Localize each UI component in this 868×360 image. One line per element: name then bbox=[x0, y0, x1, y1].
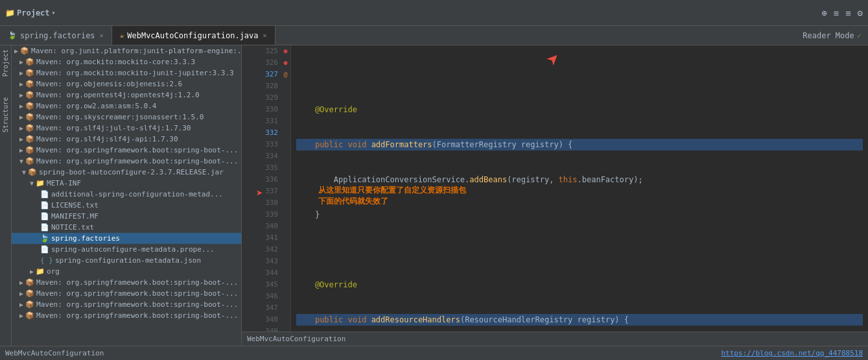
tabs-bar: 🍃 spring.factories ✕ ☕ WebMvcAutoConfigu… bbox=[0, 26, 868, 45]
sidebar-item-jul-slf4j[interactable]: ▶ 📦 Maven: org.slf4j:jul-to-slf4j:1.7.30 bbox=[12, 123, 241, 134]
tab-spring-factories[interactable]: 🍃 spring.factories ✕ bbox=[0, 26, 112, 45]
sidebar-item-springboot5[interactable]: ▶ 📦 Maven: org.springframework.boot:spri… bbox=[12, 310, 241, 321]
code-line-332: public void addResourceHandlers(Resource… bbox=[296, 314, 863, 326]
sidebar-item-spring-factories[interactable]: 🍃 spring.factories bbox=[12, 233, 241, 244]
arrow-icon: ▶ bbox=[14, 47, 18, 54]
gutter-tab-project[interactable]: Project bbox=[1, 45, 10, 80]
sidebar-item-spring-config-metadata-json[interactable]: { } spring-configuration-metadata.json bbox=[12, 255, 241, 266]
settings-icon[interactable]: ⚙ bbox=[858, 8, 863, 18]
sidebar-item-objenesis[interactable]: ▶ 📦 Maven: org.objenesis:objenesis:2.6 bbox=[12, 78, 241, 90]
sidebar-item-springboot-autoconfigure-parent[interactable]: ▼ 📦 Maven: org.springframework.boot:spri… bbox=[12, 156, 241, 167]
top-icons: ⊕ ≡ ≡ ⚙ bbox=[821, 8, 863, 18]
arrow-icon4: ▶ bbox=[19, 301, 23, 308]
maven-icon2: 📦 bbox=[25, 157, 34, 165]
sidebar-item-manifest[interactable]: 📄 MANIFEST.MF bbox=[12, 211, 241, 222]
add-icon[interactable]: ⊕ bbox=[821, 8, 827, 18]
maven-icon: 📦 bbox=[25, 58, 34, 66]
arrow-icon: ▶ bbox=[19, 102, 23, 110]
sidebar-item-meta-inf[interactable]: ▼ 📁 META-INF bbox=[12, 178, 241, 189]
arrow-icon: ▶ bbox=[19, 147, 23, 154]
maven-icon: 📦 bbox=[25, 102, 34, 110]
maven-icon: 📦 bbox=[25, 113, 34, 121]
reader-mode[interactable]: Reader Mode ✓ bbox=[803, 26, 862, 45]
arrow-icon: ▶ bbox=[19, 69, 23, 77]
arrow-icon2: ▶ bbox=[19, 279, 23, 286]
java-file-icon: ☕ bbox=[120, 31, 124, 40]
json-icon: { } bbox=[40, 256, 53, 265]
status-link[interactable]: https://blog.csdn.net/qq_44788518 bbox=[721, 349, 863, 357]
status-bar: WebMvcAutoConfiguration https://blog.csd… bbox=[0, 346, 868, 360]
sidebar-item-asm[interactable]: ▶ 📦 Maven: org.ow2.asm:asm:5.0.4 bbox=[12, 101, 241, 112]
list-icon[interactable]: ≡ bbox=[834, 8, 839, 18]
left-gutter-tabs: Project Structure bbox=[0, 45, 12, 346]
sidebar-item-springboot[interactable]: ▶ 📦 Maven: org.springframework.boot:spri… bbox=[12, 145, 241, 156]
xml-icon: 📄 bbox=[40, 190, 49, 198]
gutter-tab-structure[interactable]: Structure bbox=[1, 93, 10, 136]
sidebar-item-junit[interactable]: ▶ 📦 Maven: org.junit.platform:junit-plat… bbox=[12, 45, 241, 56]
status-left: WebMvcAutoConfiguration bbox=[5, 349, 721, 357]
maven-icon: 📦 bbox=[25, 135, 34, 143]
list2-icon[interactable]: ≡ bbox=[845, 8, 850, 18]
spring-icon: 🍃 bbox=[40, 234, 49, 243]
arrow-down-icon: ▼ bbox=[22, 169, 26, 176]
arrow-icon: ▶ bbox=[19, 58, 23, 66]
maven-icon3: 📦 bbox=[25, 278, 34, 287]
folder-icon2: 📁 bbox=[36, 267, 45, 276]
arrow-icon5: ▶ bbox=[19, 312, 23, 319]
editor-bottom-label: WebMvcAutoConfiguration bbox=[242, 331, 868, 346]
sidebar-item-license[interactable]: 📄 LICENSE.txt bbox=[12, 200, 241, 211]
project-folder-icon: 📁 bbox=[5, 8, 15, 18]
sidebar-item-slf4j-api[interactable]: ▶ 📦 Maven: org.slf4j:slf4j-api:1.7.30 bbox=[12, 134, 241, 145]
code-line-328: ApplicationConversionService.addBeans(re… bbox=[296, 174, 863, 186]
line-gutter: 325 326 327 328 329 330 331 332 333 334 … bbox=[242, 45, 281, 331]
arrow-icon: ▶ bbox=[19, 136, 23, 143]
maven-icon: 📦 bbox=[20, 47, 29, 55]
sidebar-item-mockito-junit[interactable]: ▶ 📦 Maven: org.mockito:mockito-junit-jup… bbox=[12, 67, 241, 78]
folder-icon: 📁 bbox=[36, 179, 45, 187]
tab-webmvc-close[interactable]: ✕ bbox=[263, 32, 267, 39]
breakpoint-gutter: ● ● bbox=[281, 45, 291, 331]
code-line-330 bbox=[296, 244, 863, 256]
main-area: Project Structure ▶ 📦 Maven: org.junit.p… bbox=[0, 45, 868, 346]
sidebar: ▶ 📦 Maven: org.junit.platform:junit-plat… bbox=[12, 45, 242, 346]
tab-spring-factories-close[interactable]: ✕ bbox=[100, 32, 104, 39]
maven-icon6: 📦 bbox=[25, 311, 34, 320]
tab-spring-factories-label: spring.factories bbox=[20, 31, 95, 40]
sidebar-item-spring-autoconfigure-metadata[interactable]: 📄 spring-autoconfigure-metadata.prope... bbox=[12, 244, 241, 255]
editor-wrapper: ➤ ➤ 从这里知道只要你配置了自定义资源扫描包 下面的代码就失效了 325 32… bbox=[242, 45, 868, 346]
sidebar-item-springboot4[interactable]: ▶ 📦 Maven: org.springframework.boot:spri… bbox=[12, 299, 241, 310]
maven-icon5: 📦 bbox=[25, 300, 34, 309]
arrow-icon: ▶ bbox=[19, 125, 23, 132]
sidebar-item-jsonassert[interactable]: ▶ 📦 Maven: org.skyscreamer:jsonassert:1.… bbox=[12, 112, 241, 123]
jar-icon: 📦 bbox=[28, 168, 37, 176]
sidebar-item-springboot2[interactable]: ▶ 📦 Maven: org.springframework.boot:spri… bbox=[12, 277, 241, 288]
project-label: 📁 Project ▾ bbox=[5, 8, 56, 18]
tab-webmvc-label: WebMvcAutoConfiguration.java bbox=[127, 31, 258, 40]
arrow-down-icon: ▼ bbox=[19, 158, 23, 165]
code-line-326: @Override bbox=[296, 104, 863, 115]
text-icon2: 📄 bbox=[40, 212, 49, 221]
spring-factories-icon: 🍃 bbox=[8, 31, 17, 40]
arrow-icon: ▶ bbox=[19, 80, 23, 88]
code-line-325 bbox=[296, 69, 863, 80]
arrow-icon: ▶ bbox=[19, 91, 23, 99]
maven-icon4: 📦 bbox=[25, 289, 34, 298]
arrow-right-icon: ▶ bbox=[30, 268, 34, 275]
webmvc-label: WebMvcAutoConfiguration bbox=[247, 335, 346, 343]
maven-icon: 📦 bbox=[25, 69, 34, 77]
properties-icon: 📄 bbox=[40, 245, 49, 254]
sidebar-item-opentest4j[interactable]: ▶ 📦 Maven: org.opentest4j:opentest4j:1.2… bbox=[12, 90, 241, 101]
sidebar-item-springboot3[interactable]: ▶ 📦 Maven: org.springframework.boot:spri… bbox=[12, 288, 241, 299]
sidebar-item-mockito-core[interactable]: ▶ 📦 Maven: org.mockito:mockito-core:3.3.… bbox=[12, 56, 241, 67]
sidebar-item-org-folder[interactable]: ▶ 📁 org bbox=[12, 266, 241, 277]
sidebar-item-jar[interactable]: ▼ 📦 spring-boot-autoconfigure-2.3.7.RELE… bbox=[12, 167, 241, 178]
arrow-icon: ▶ bbox=[19, 114, 23, 121]
sidebar-item-additional-spring[interactable]: 📄 additional-spring-configuration-metad.… bbox=[12, 189, 241, 200]
code-area[interactable]: 325 326 327 328 329 330 331 332 333 334 … bbox=[242, 45, 868, 331]
sidebar-item-notice[interactable]: 📄 NOTICE.txt bbox=[12, 222, 241, 233]
maven-icon: 📦 bbox=[25, 80, 34, 88]
arrow-down-icon: ▼ bbox=[30, 180, 34, 187]
code-content[interactable]: @Override public void addFormatters(Form… bbox=[291, 45, 868, 331]
text-icon: 📄 bbox=[40, 201, 49, 210]
tab-webmvc-java[interactable]: ☕ WebMvcAutoConfiguration.java ✕ bbox=[112, 26, 276, 45]
